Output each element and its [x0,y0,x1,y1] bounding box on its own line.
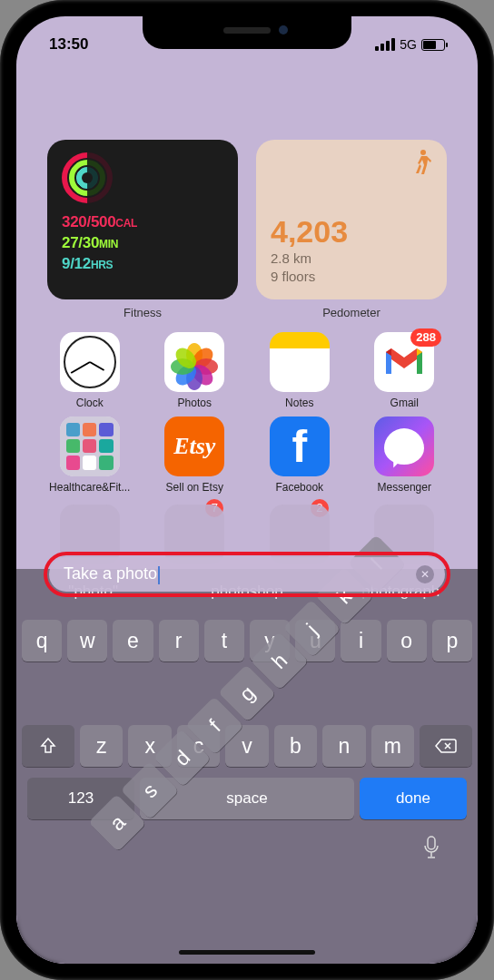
messenger-icon [374,416,434,476]
walk-icon [410,149,434,181]
pedometer-floors: 9 floors [271,268,432,286]
keyboard: "photo" photoshop photograph qwertyuiop … [16,569,478,964]
key-o[interactable]: o [387,620,427,662]
fitness-cal: 320/500 [62,213,115,230]
notes-icon [270,332,330,392]
backspace-key[interactable] [420,725,472,767]
hint-app-1[interactable] [44,505,136,526]
shift-key[interactable] [22,725,74,767]
key-q[interactable]: q [22,620,62,662]
text-caret [158,566,160,584]
gmail-icon [383,347,425,377]
etsy-icon: Etsy [164,416,224,476]
hint-app-2[interactable]: 7 [149,505,242,526]
pedometer-steps: 4,203 [271,214,432,250]
fitness-min: 27/30 [62,234,99,251]
app-messenger[interactable]: Messenger [359,416,451,494]
key-n[interactable]: n [322,725,365,767]
app-photos[interactable]: Photos [149,332,242,409]
fitness-label: Fitness [47,306,238,319]
pedometer-dist: 2.8 km [271,250,432,268]
photos-icon [172,339,217,385]
search-field[interactable]: Take a photo ✕ [49,557,445,592]
phone-frame: 13:50 5G 320/500CAL 27/30MIN 9/12HRS [0,0,494,980]
key-row-1: qwertyuiop [22,620,472,662]
screen: 13:50 5G 320/500CAL 27/30MIN 9/12HRS [16,16,478,964]
key-m[interactable]: m [371,725,414,767]
facebook-icon: f [270,416,330,476]
folder-icon [60,416,120,476]
clock-icon [64,336,116,388]
notch [143,16,351,49]
app-etsy[interactable]: Etsy Sell on Etsy [149,416,242,494]
activity-rings-icon [62,152,113,203]
key-w[interactable]: w [67,620,107,662]
dictation-icon[interactable] [423,836,440,865]
hint-app-4[interactable] [359,505,451,526]
key-i[interactable]: i [341,620,380,662]
key-b[interactable]: b [274,725,317,767]
clear-button[interactable]: ✕ [416,565,434,583]
search-text: Take a photo [64,564,157,583]
key-p[interactable]: p [432,620,472,662]
gmail-badge: 288 [410,328,441,347]
app-facebook[interactable]: f Facebook [253,416,346,494]
search-highlight: Take a photo ✕ [44,552,450,597]
pedometer-widget[interactable]: 4,203 2.8 km 9 floors [256,140,447,299]
hint-app-3[interactable]: 2 [253,505,346,526]
done-key[interactable]: done [360,778,467,819]
key-row-3: zxcvbnm [22,725,472,767]
key-e[interactable]: e [113,620,153,662]
app-notes[interactable]: Notes [253,332,346,409]
svg-point-0 [420,150,426,155]
key-r[interactable]: r [159,620,199,662]
key-t[interactable]: t [204,620,244,662]
app-healthcare-folder[interactable]: Healthcare&Fit... [44,416,136,494]
app-clock[interactable]: Clock [44,332,136,409]
key-z[interactable]: z [80,725,123,767]
fitness-hrs: 9/12 [62,255,91,272]
svg-rect-1 [428,837,435,849]
pedometer-label: Pedometer [256,306,447,319]
app-gmail[interactable]: 288 Gmail [359,332,451,409]
fitness-widget[interactable]: 320/500CAL 27/30MIN 9/12HRS [47,140,238,299]
home-indicator[interactable] [179,950,315,955]
